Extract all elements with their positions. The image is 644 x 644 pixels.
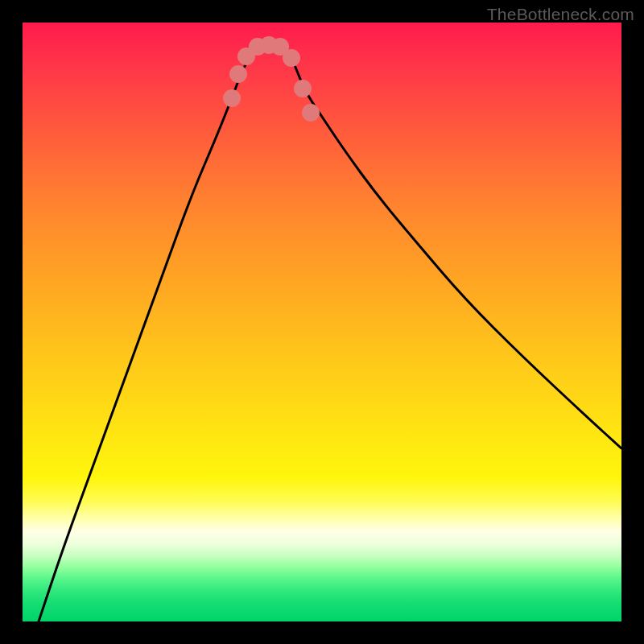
valley-marker (229, 65, 247, 83)
valley-marker (223, 89, 241, 107)
valley-marker (302, 104, 320, 122)
chart-svg (23, 23, 621, 621)
plot-area (23, 23, 621, 621)
bottleneck-curve (39, 46, 621, 621)
valley-marker (283, 49, 300, 67)
valley-markers-group (223, 36, 320, 122)
valley-marker (294, 80, 312, 97)
chart-frame: TheBottleneck.com (0, 0, 644, 644)
watermark-text: TheBottleneck.com (487, 5, 634, 24)
